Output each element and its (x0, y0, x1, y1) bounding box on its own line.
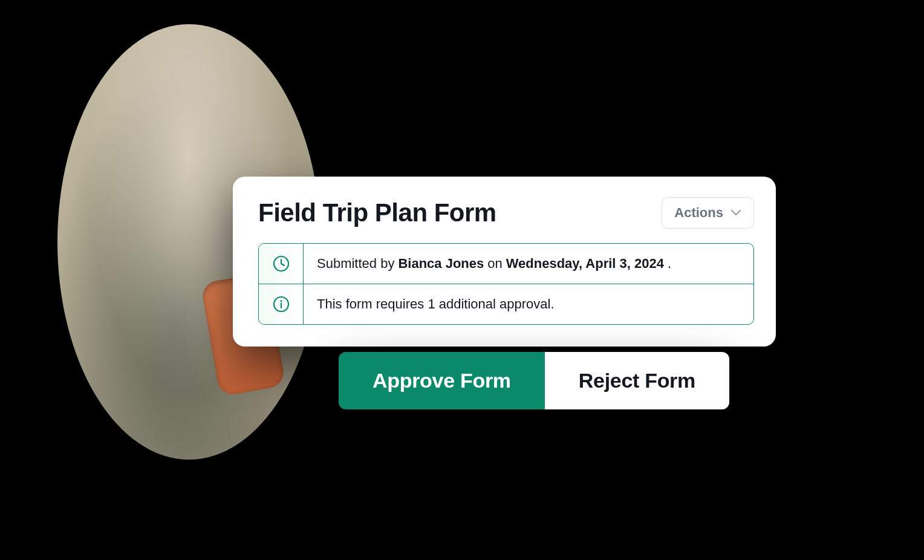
submitted-prefix: Submitted by (317, 256, 394, 272)
card-header: Field Trip Plan Form Actions (258, 197, 754, 229)
svg-point-2 (280, 300, 282, 302)
clock-icon (259, 244, 304, 284)
actions-label: Actions (674, 205, 723, 221)
info-icon (259, 284, 304, 324)
approval-line: This form requires 1 additional approval… (317, 296, 555, 312)
submitted-text: Submitted by Bianca Jones on Wednesday, … (304, 244, 753, 284)
reject-button[interactable]: Reject Form (545, 352, 729, 409)
approve-button[interactable]: Approve Form (339, 352, 545, 409)
approval-text: This form requires 1 additional approval… (304, 284, 753, 324)
submitter-name: Bianca Jones (398, 256, 484, 272)
approval-row: This form requires 1 additional approval… (259, 284, 753, 324)
form-card: Field Trip Plan Form Actions Submitted b… (233, 177, 776, 347)
form-title: Field Trip Plan Form (258, 198, 496, 227)
chevron-down-icon (730, 209, 741, 217)
submitted-date: Wednesday, April 3, 2024 (506, 256, 664, 272)
decision-bar: Approve Form Reject Form (339, 352, 729, 409)
submitted-suffix: . (668, 256, 671, 272)
submitted-on-word: on (487, 256, 502, 272)
status-box: Submitted by Bianca Jones on Wednesday, … (258, 243, 754, 325)
submitted-row: Submitted by Bianca Jones on Wednesday, … (259, 244, 753, 284)
actions-dropdown[interactable]: Actions (662, 197, 754, 229)
